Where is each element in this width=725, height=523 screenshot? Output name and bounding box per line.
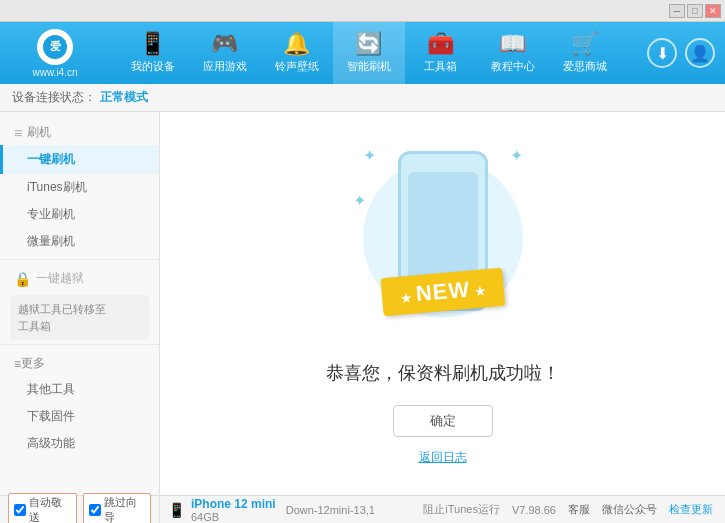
title-bar: ─ □ ✕: [0, 0, 725, 22]
logo-icon: 爱: [43, 35, 67, 59]
content-area: ✦ ✦ ✦ NEW 恭喜您，保资料刷机成功啦！ 确定 返回日志: [160, 112, 725, 495]
my-device-icon: 📱: [139, 33, 166, 55]
shop-icon: 🛒: [571, 33, 598, 55]
confirm-button[interactable]: 确定: [393, 405, 493, 437]
success-text: 恭喜您，保资料刷机成功啦！: [326, 361, 560, 385]
bottom-device-section: 自动敬送 跳过向导: [0, 493, 160, 524]
auto-push-checkbox[interactable]: [14, 504, 26, 516]
success-illustration: ✦ ✦ ✦ NEW: [353, 141, 533, 341]
nav-item-apps-games[interactable]: 🎮 应用游戏: [189, 22, 261, 84]
micro-flash-label: 微量刷机: [27, 234, 75, 248]
sparkle-icon-2: ✦: [510, 146, 523, 165]
logo-text: www.i4.cn: [32, 67, 77, 78]
wechat-link[interactable]: 微信公众号: [602, 502, 657, 517]
skip-wizard-label: 跳过向导: [104, 495, 146, 524]
nav-item-my-device[interactable]: 📱 我的设备: [117, 22, 189, 84]
bottom-device-info: 📱 iPhone 12 mini 64GB Down-12mini-13,1: [160, 497, 423, 523]
tutorial-label: 教程中心: [491, 59, 535, 74]
nav-item-ringtones[interactable]: 🔔 铃声壁纸: [261, 22, 333, 84]
back-link[interactable]: 返回日志: [419, 449, 467, 466]
sidebar-section-jailbreak[interactable]: 🔒 一键越狱: [0, 264, 159, 291]
sidebar-item-other-tools[interactable]: 其他工具: [0, 376, 159, 403]
customer-service-link[interactable]: 客服: [568, 502, 590, 517]
device-name: iPhone 12 mini: [191, 497, 276, 511]
download-firmware-label: 下载固件: [27, 409, 75, 423]
lock-icon: 🔒: [14, 271, 31, 287]
one-click-flash-label: 一键刷机: [27, 151, 75, 168]
smart-flash-label: 智能刷机: [347, 59, 391, 74]
device-details: iPhone 12 mini 64GB: [191, 497, 276, 523]
smart-flash-icon: 🔄: [355, 33, 382, 55]
flash-section-label: 刷机: [27, 124, 51, 141]
bottom-right: 阻止iTunes运行 V7.98.66 客服 微信公众号 检查更新: [423, 502, 725, 517]
main-content: ≡ 刷机 一键刷机 iTunes刷机 专业刷机 微量刷机 🔒 一键越狱 越狱工具…: [0, 112, 725, 495]
apps-games-icon: 🎮: [211, 33, 238, 55]
itunes-flash-label: iTunes刷机: [27, 180, 87, 194]
skip-wizard-checkbox[interactable]: [89, 504, 101, 516]
auto-push-checkbox-label[interactable]: 自动敬送: [8, 493, 77, 524]
other-tools-label: 其他工具: [27, 382, 75, 396]
status-bar: 设备连接状态： 正常模式: [0, 84, 725, 112]
skip-wizard-checkbox-label[interactable]: 跳过向导: [83, 493, 152, 524]
sparkle-icon-1: ✦: [363, 146, 376, 165]
sidebar-section-more[interactable]: ≡ 更多: [0, 349, 159, 376]
minimize-button[interactable]: ─: [669, 4, 685, 18]
itunes-status: 阻止iTunes运行: [423, 502, 500, 517]
notice-text: 越狱工具已转移至 工具箱: [18, 303, 106, 332]
version-label: V7.98.66: [512, 504, 556, 516]
advanced-label: 高级功能: [27, 436, 75, 450]
sidebar-item-itunes-flash[interactable]: iTunes刷机: [0, 174, 159, 201]
logo-area[interactable]: 爱 www.i4.cn: [10, 29, 100, 78]
flash-section-icon: ≡: [14, 125, 22, 141]
status-label: 设备连接状态：: [12, 89, 96, 106]
phone-screen: [408, 172, 478, 282]
sidebar: ≡ 刷机 一键刷机 iTunes刷机 专业刷机 微量刷机 🔒 一键越狱 越狱工具…: [0, 112, 160, 495]
nav-item-toolbox[interactable]: 🧰 工具箱: [405, 22, 477, 84]
close-button[interactable]: ✕: [705, 4, 721, 18]
nav-right: ⬇ 👤: [647, 38, 715, 68]
status-value: 正常模式: [100, 89, 148, 106]
nav-item-smart-flash[interactable]: 🔄 智能刷机: [333, 22, 405, 84]
download-button[interactable]: ⬇: [647, 38, 677, 68]
toolbox-label: 工具箱: [424, 59, 457, 74]
jailbreak-section-label: 一键越狱: [36, 270, 84, 287]
logo-circle: 爱: [37, 29, 73, 65]
user-button[interactable]: 👤: [685, 38, 715, 68]
ringtones-label: 铃声壁纸: [275, 59, 319, 74]
shop-label: 爱思商城: [563, 59, 607, 74]
sidebar-divider-1: [0, 259, 159, 260]
window-controls: ─ □ ✕: [669, 4, 721, 18]
sidebar-divider-2: [0, 344, 159, 345]
check-update-link[interactable]: 检查更新: [669, 502, 713, 517]
bottom-bar: 自动敬送 跳过向导 📱 iPhone 12 mini 64GB Down-12m…: [0, 495, 725, 523]
nav-item-tutorial[interactable]: 📖 教程中心: [477, 22, 549, 84]
more-section-icon: ≡: [14, 357, 21, 371]
device-icon: 📱: [168, 502, 185, 518]
maximize-button[interactable]: □: [687, 4, 703, 18]
ringtones-icon: 🔔: [283, 33, 310, 55]
nav-items: 📱 我的设备 🎮 应用游戏 🔔 铃声壁纸 🔄 智能刷机 🧰 工具箱 📖 教程中心…: [100, 22, 637, 84]
sidebar-item-download-firmware[interactable]: 下载固件: [0, 403, 159, 430]
nav-bar: 爱 www.i4.cn 📱 我的设备 🎮 应用游戏 🔔 铃声壁纸 🔄 智能刷机 …: [0, 22, 725, 84]
more-section-label: 更多: [21, 355, 45, 372]
sidebar-item-advanced[interactable]: 高级功能: [0, 430, 159, 457]
sidebar-section-flash[interactable]: ≡ 刷机: [0, 118, 159, 145]
my-device-label: 我的设备: [131, 59, 175, 74]
toolbox-icon: 🧰: [427, 33, 454, 55]
sparkle-icon-3: ✦: [353, 191, 366, 210]
sidebar-item-pro-flash[interactable]: 专业刷机: [0, 201, 159, 228]
sidebar-item-one-click-flash[interactable]: 一键刷机: [0, 145, 159, 174]
device-storage: 64GB: [191, 511, 276, 523]
auto-push-label: 自动敬送: [29, 495, 71, 524]
sidebar-item-micro-flash[interactable]: 微量刷机: [0, 228, 159, 255]
device-version: Down-12mini-13,1: [286, 504, 375, 516]
sidebar-notice-jailbreak: 越狱工具已转移至 工具箱: [10, 295, 149, 340]
nav-item-shop[interactable]: 🛒 爱思商城: [549, 22, 621, 84]
tutorial-icon: 📖: [499, 33, 526, 55]
apps-games-label: 应用游戏: [203, 59, 247, 74]
pro-flash-label: 专业刷机: [27, 207, 75, 221]
